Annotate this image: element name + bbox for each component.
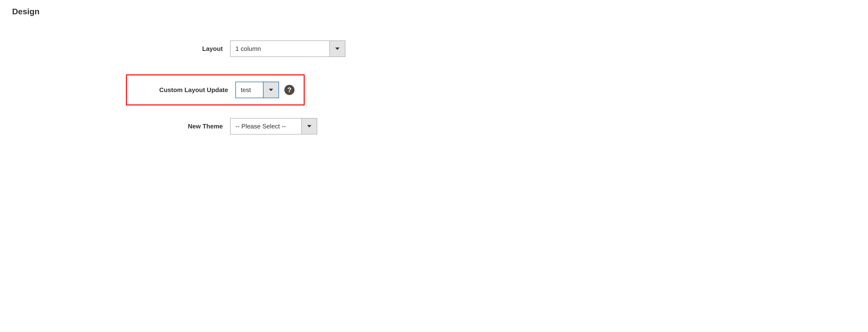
layout-label: Layout bbox=[12, 45, 230, 53]
field-row-layout: Layout 1 column bbox=[12, 40, 856, 57]
caret-down-icon bbox=[269, 89, 273, 91]
field-row-custom-layout-update: Custom Layout Update test ? bbox=[12, 74, 856, 105]
caret-down-icon bbox=[335, 48, 340, 50]
caret-down-icon bbox=[307, 125, 311, 127]
custom-layout-update-label: Custom Layout Update bbox=[138, 86, 236, 94]
highlight-box: Custom Layout Update test ? bbox=[126, 74, 305, 105]
layout-select-button[interactable] bbox=[330, 41, 345, 57]
custom-layout-update-input-col: test ? bbox=[236, 82, 294, 98]
help-glyph: ? bbox=[287, 87, 291, 93]
custom-layout-update-select-value: test bbox=[236, 82, 263, 98]
section-title: Design bbox=[12, 7, 856, 16]
new-theme-select[interactable]: -- Please Select -- bbox=[230, 118, 317, 134]
layout-select[interactable]: 1 column bbox=[230, 40, 345, 57]
new-theme-input-col: -- Please Select -- bbox=[230, 118, 317, 134]
custom-layout-update-select[interactable]: test bbox=[236, 82, 279, 98]
new-theme-label: New Theme bbox=[12, 123, 230, 130]
layout-select-value: 1 column bbox=[230, 41, 330, 57]
help-icon[interactable]: ? bbox=[284, 85, 294, 95]
new-theme-select-button[interactable] bbox=[301, 119, 317, 134]
custom-layout-update-select-button[interactable] bbox=[263, 82, 279, 98]
layout-input-col: 1 column bbox=[230, 40, 345, 57]
field-row-new-theme: New Theme -- Please Select -- bbox=[12, 118, 856, 134]
new-theme-select-value: -- Please Select -- bbox=[230, 119, 301, 134]
